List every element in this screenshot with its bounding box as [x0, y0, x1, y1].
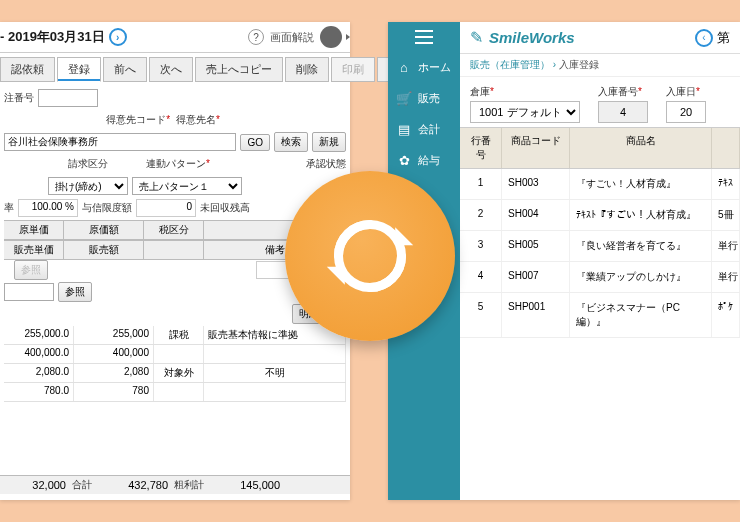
prev-button[interactable]: 前へ	[103, 57, 147, 82]
entry-date-input[interactable]	[666, 101, 706, 123]
nav-payroll[interactable]: ✿給与	[388, 145, 460, 176]
search-button[interactable]: 検索	[274, 132, 308, 152]
customer-input[interactable]	[4, 133, 236, 151]
table-row: 780.0 780	[4, 383, 346, 402]
profit-value: 145,000	[210, 479, 280, 491]
slip-no-input[interactable]	[598, 101, 648, 123]
table-row[interactable]: 1 SH003 『すごい！人材育成』 ﾃｷｽ	[460, 169, 740, 200]
new-button[interactable]: 新規	[312, 132, 346, 152]
sync-badge	[285, 171, 455, 341]
sync-icon	[300, 186, 440, 326]
bill-div-select[interactable]: 掛け(締め)	[48, 177, 128, 195]
home-icon: ⌂	[396, 60, 412, 75]
date-text: - 2019年03月31日	[0, 28, 105, 46]
link-pattern-select[interactable]: 売上パターン１	[132, 177, 242, 195]
entry-form: 倉庫 1001 デフォルト倉庫 入庫番号 入庫日	[460, 77, 740, 127]
footer-val1: 32,000	[6, 479, 66, 491]
items-table: 行番号 商品コード 商品名 1 SH003 『すごい！人材育成』 ﾃｷｽ 2 S…	[460, 127, 740, 338]
print-button[interactable]: 印刷	[331, 57, 375, 82]
tab-request[interactable]: 認依頼	[0, 57, 55, 82]
footer: 32,000 合計 432,780 粗利計 145,000	[0, 475, 350, 494]
help-icon[interactable]: ?	[248, 29, 264, 45]
date-next-icon[interactable]: ›	[109, 28, 127, 46]
col-item-name: 商品名	[570, 128, 712, 168]
table-row: 255,000.0 255,000 課税 販売基本情報に準拠	[4, 326, 346, 345]
warehouse-label: 倉庫	[470, 85, 580, 99]
tab-register[interactable]: 登録	[57, 57, 101, 82]
menu-icon[interactable]	[415, 30, 433, 44]
gh-unit-cost: 原単価	[4, 221, 64, 239]
nav-home[interactable]: ⌂ホーム	[388, 52, 460, 83]
table-header: 行番号 商品コード 商品名	[460, 128, 740, 169]
left-header: - 2019年03月31日 › ? 画面解説	[0, 22, 350, 53]
nav-sales[interactable]: 🛒販売	[388, 83, 460, 114]
order-no-input[interactable]	[38, 89, 98, 107]
table-row[interactable]: 5 SHP001 『ビジネスマナー（PC編）』 ﾎﾟｹ	[460, 293, 740, 338]
brand-name: SmileWorks	[489, 29, 575, 46]
total-label: 合計	[72, 478, 92, 492]
bill-div-label: 請求区分	[68, 157, 108, 171]
approval-label: 承認状態	[306, 157, 346, 171]
header-right-text: 第	[717, 29, 730, 47]
book-icon: ▤	[396, 122, 412, 137]
warehouse-select[interactable]: 1001 デフォルト倉庫	[470, 101, 580, 123]
date-range: - 2019年03月31日 ›	[0, 28, 127, 46]
breadcrumb-current: 入庫登録	[559, 59, 599, 70]
gh-sell-amt: 販売額	[64, 241, 144, 259]
table-row[interactable]: 4 SH007 『業績アップのしかけ』 単行	[460, 262, 740, 293]
cart-icon: 🛒	[396, 91, 412, 106]
col-extra	[712, 128, 740, 168]
slip-no-label: 入庫番号	[598, 85, 648, 99]
go-button[interactable]: GO	[240, 134, 270, 151]
gh-tax: 税区分	[144, 221, 204, 239]
cust-name-label: 得意先名	[176, 113, 220, 127]
help-label: 画面解説	[270, 30, 314, 45]
gh-sell-unit: 販売単価	[4, 241, 64, 259]
header-right: ? 画面解説	[248, 26, 342, 48]
gh-cost: 原価額	[64, 221, 144, 239]
prev-page-icon[interactable]: ‹	[695, 29, 713, 47]
next-button[interactable]: 次へ	[149, 57, 193, 82]
brand-logo-icon: ✎	[470, 28, 483, 47]
right-header: ✎ SmileWorks ‹ 第	[460, 22, 740, 54]
blank-input[interactable]	[4, 283, 54, 301]
user-menu-icon[interactable]	[320, 26, 342, 48]
ref-button-2[interactable]: 参照	[58, 282, 92, 302]
cust-code-label: 得意先コード	[106, 113, 170, 127]
breadcrumb-root[interactable]: 販売（在庫管理）	[470, 59, 550, 70]
gear-icon: ✿	[396, 153, 412, 168]
rate-value: 100.00 %	[18, 199, 78, 217]
detail-grid: 255,000.0 255,000 課税 販売基本情報に準拠 400,000.0…	[4, 326, 346, 402]
order-no-label: 注番号	[4, 91, 34, 105]
col-row-no: 行番号	[460, 128, 502, 168]
total-value: 432,780	[98, 479, 168, 491]
breadcrumb: 販売（在庫管理） › 入庫登録	[460, 54, 740, 77]
credit-value: 0	[136, 199, 196, 217]
table-row: 2,080.0 2,080 対象外 不明	[4, 364, 346, 383]
delete-button[interactable]: 削除	[285, 57, 329, 82]
nav-accounting[interactable]: ▤会計	[388, 114, 460, 145]
table-row[interactable]: 2 SH004 ﾃｷｽﾄ『すごい！人材育成』 5冊	[460, 200, 740, 231]
col-item-code: 商品コード	[502, 128, 570, 168]
svg-marker-1	[327, 267, 345, 285]
unrecov-label: 未回収残高	[200, 201, 250, 215]
rate-label: 率	[4, 201, 14, 215]
profit-label: 粗利計	[174, 478, 204, 492]
right-main: ✎ SmileWorks ‹ 第 販売（在庫管理） › 入庫登録 倉庫 1001…	[460, 22, 740, 500]
gh-spacer2	[144, 241, 204, 259]
entry-date-label: 入庫日	[666, 85, 706, 99]
table-row: 400,000.0 400,000	[4, 345, 346, 364]
link-pattern-label: 連動パターン	[146, 157, 210, 171]
ref-button-1[interactable]: 参照	[14, 260, 48, 280]
copy-to-sales-button[interactable]: 売上へコピー	[195, 57, 283, 82]
table-row[interactable]: 3 SH005 『良い経営者を育てる』 単行	[460, 231, 740, 262]
credit-label: 与信限度額	[82, 201, 132, 215]
toolbar: 認依頼 登録 前へ 次へ 売上へコピー 削除 印刷 CSV出力 ★	[0, 53, 350, 86]
